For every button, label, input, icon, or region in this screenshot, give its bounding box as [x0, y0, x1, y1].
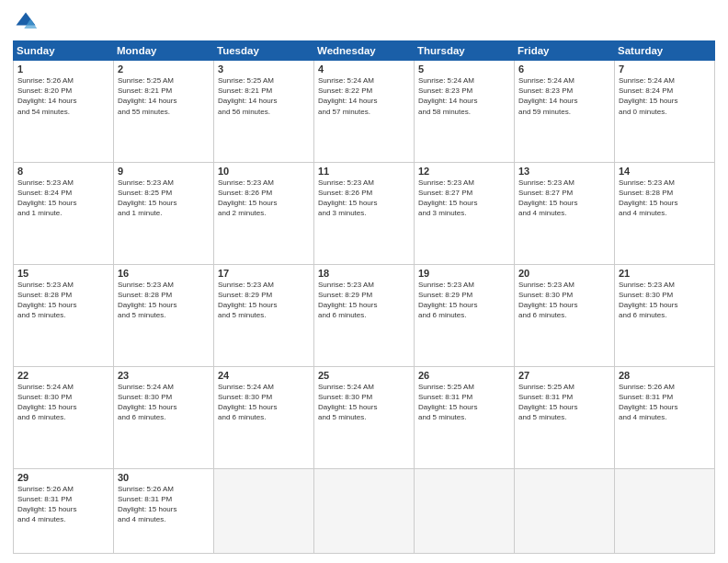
day-cell: 18Sunrise: 5:23 AM Sunset: 8:29 PM Dayli…: [314, 264, 415, 366]
day-cell: 30Sunrise: 5:26 AM Sunset: 8:31 PM Dayli…: [114, 468, 214, 553]
day-cell: 22Sunrise: 5:24 AM Sunset: 8:30 PM Dayli…: [14, 366, 114, 468]
day-cell: 27Sunrise: 5:25 AM Sunset: 8:31 PM Dayli…: [515, 366, 615, 468]
day-cell: 25Sunrise: 5:24 AM Sunset: 8:30 PM Dayli…: [314, 366, 415, 468]
day-info: Sunrise: 5:23 AM Sunset: 8:25 PM Dayligh…: [118, 178, 210, 219]
day-cell: 4Sunrise: 5:24 AM Sunset: 8:22 PM Daylig…: [314, 61, 415, 163]
day-info: Sunrise: 5:24 AM Sunset: 8:23 PM Dayligh…: [418, 75, 510, 117]
day-info: Sunrise: 5:23 AM Sunset: 8:30 PM Dayligh…: [518, 280, 610, 321]
day-number: 8: [17, 166, 109, 177]
day-info: Sunrise: 5:23 AM Sunset: 8:30 PM Dayligh…: [619, 280, 711, 321]
day-number: 20: [518, 268, 610, 279]
day-info: Sunrise: 5:24 AM Sunset: 8:23 PM Dayligh…: [518, 75, 610, 117]
day-cell: 26Sunrise: 5:25 AM Sunset: 8:31 PM Dayli…: [415, 366, 515, 468]
logo-icon: [13, 9, 39, 35]
day-info: Sunrise: 5:26 AM Sunset: 8:31 PM Dayligh…: [619, 382, 711, 423]
day-cell: 12Sunrise: 5:23 AM Sunset: 8:27 PM Dayli…: [415, 162, 515, 264]
day-number: 27: [518, 370, 610, 381]
weekday-header-row: SundayMondayTuesdayWednesdayThursdayFrid…: [14, 41, 715, 61]
day-number: 5: [418, 63, 510, 75]
day-info: Sunrise: 5:25 AM Sunset: 8:21 PM Dayligh…: [118, 75, 210, 117]
day-cell: [415, 468, 515, 553]
day-cell: 8Sunrise: 5:23 AM Sunset: 8:24 PM Daylig…: [14, 162, 114, 264]
day-info: Sunrise: 5:23 AM Sunset: 8:28 PM Dayligh…: [619, 178, 711, 219]
day-info: Sunrise: 5:23 AM Sunset: 8:28 PM Dayligh…: [17, 280, 109, 321]
weekday-thursday: Thursday: [415, 41, 515, 61]
day-number: 14: [619, 166, 711, 177]
day-number: 30: [118, 472, 210, 483]
day-number: 13: [518, 166, 610, 177]
day-cell: 20Sunrise: 5:23 AM Sunset: 8:30 PM Dayli…: [515, 264, 615, 366]
day-cell: 11Sunrise: 5:23 AM Sunset: 8:26 PM Dayli…: [314, 162, 415, 264]
day-number: 17: [218, 268, 310, 279]
day-number: 29: [17, 472, 109, 483]
week-row-1: 1Sunrise: 5:26 AM Sunset: 8:20 PM Daylig…: [14, 61, 715, 163]
day-number: 12: [418, 166, 510, 177]
day-info: Sunrise: 5:23 AM Sunset: 8:29 PM Dayligh…: [218, 280, 310, 321]
day-cell: 2Sunrise: 5:25 AM Sunset: 8:21 PM Daylig…: [114, 61, 214, 163]
day-cell: 28Sunrise: 5:26 AM Sunset: 8:31 PM Dayli…: [615, 366, 715, 468]
day-number: 22: [17, 370, 109, 381]
day-number: 9: [118, 166, 210, 177]
week-row-5: 29Sunrise: 5:26 AM Sunset: 8:31 PM Dayli…: [14, 468, 715, 553]
day-cell: [615, 468, 715, 553]
week-row-3: 15Sunrise: 5:23 AM Sunset: 8:28 PM Dayli…: [14, 264, 715, 366]
week-row-2: 8Sunrise: 5:23 AM Sunset: 8:24 PM Daylig…: [14, 162, 715, 264]
day-cell: [515, 468, 615, 553]
day-info: Sunrise: 5:23 AM Sunset: 8:26 PM Dayligh…: [218, 178, 310, 219]
day-info: Sunrise: 5:24 AM Sunset: 8:30 PM Dayligh…: [318, 382, 410, 423]
day-info: Sunrise: 5:25 AM Sunset: 8:31 PM Dayligh…: [418, 382, 510, 423]
day-number: 1: [17, 63, 109, 75]
day-info: Sunrise: 5:23 AM Sunset: 8:24 PM Dayligh…: [17, 178, 109, 219]
page: SundayMondayTuesdayWednesdayThursdayFrid…: [0, 0, 728, 563]
day-number: 28: [619, 370, 711, 381]
day-info: Sunrise: 5:26 AM Sunset: 8:31 PM Dayligh…: [118, 484, 210, 525]
day-info: Sunrise: 5:23 AM Sunset: 8:26 PM Dayligh…: [318, 178, 410, 219]
day-info: Sunrise: 5:24 AM Sunset: 8:24 PM Dayligh…: [619, 75, 711, 117]
day-cell: 23Sunrise: 5:24 AM Sunset: 8:30 PM Dayli…: [114, 366, 214, 468]
day-info: Sunrise: 5:23 AM Sunset: 8:29 PM Dayligh…: [418, 280, 510, 321]
day-number: 23: [118, 370, 210, 381]
day-cell: 7Sunrise: 5:24 AM Sunset: 8:24 PM Daylig…: [615, 61, 715, 163]
weekday-friday: Friday: [515, 41, 615, 61]
day-cell: 21Sunrise: 5:23 AM Sunset: 8:30 PM Dayli…: [615, 264, 715, 366]
day-info: Sunrise: 5:24 AM Sunset: 8:30 PM Dayligh…: [218, 382, 310, 423]
day-number: 11: [318, 166, 410, 177]
day-info: Sunrise: 5:25 AM Sunset: 8:31 PM Dayligh…: [518, 382, 610, 423]
day-info: Sunrise: 5:25 AM Sunset: 8:21 PM Dayligh…: [218, 75, 310, 117]
day-cell: 6Sunrise: 5:24 AM Sunset: 8:23 PM Daylig…: [515, 61, 615, 163]
day-info: Sunrise: 5:23 AM Sunset: 8:29 PM Dayligh…: [318, 280, 410, 321]
day-number: 3: [218, 63, 310, 75]
weekday-monday: Monday: [114, 41, 214, 61]
weekday-sunday: Sunday: [14, 41, 114, 61]
day-info: Sunrise: 5:26 AM Sunset: 8:20 PM Dayligh…: [17, 75, 109, 117]
day-info: Sunrise: 5:24 AM Sunset: 8:30 PM Dayligh…: [118, 382, 210, 423]
day-cell: 16Sunrise: 5:23 AM Sunset: 8:28 PM Dayli…: [114, 264, 214, 366]
weekday-saturday: Saturday: [615, 41, 715, 61]
day-info: Sunrise: 5:23 AM Sunset: 8:28 PM Dayligh…: [118, 280, 210, 321]
day-cell: 3Sunrise: 5:25 AM Sunset: 8:21 PM Daylig…: [214, 61, 314, 163]
day-number: 16: [118, 268, 210, 279]
day-number: 19: [418, 268, 510, 279]
day-cell: 29Sunrise: 5:26 AM Sunset: 8:31 PM Dayli…: [14, 468, 114, 553]
header: [13, 9, 715, 35]
day-info: Sunrise: 5:24 AM Sunset: 8:30 PM Dayligh…: [17, 382, 109, 423]
day-number: 18: [318, 268, 410, 279]
day-cell: [314, 468, 415, 553]
day-number: 25: [318, 370, 410, 381]
day-cell: 17Sunrise: 5:23 AM Sunset: 8:29 PM Dayli…: [214, 264, 314, 366]
day-number: 10: [218, 166, 310, 177]
day-info: Sunrise: 5:24 AM Sunset: 8:22 PM Dayligh…: [318, 75, 410, 117]
weekday-tuesday: Tuesday: [214, 41, 314, 61]
day-cell: 5Sunrise: 5:24 AM Sunset: 8:23 PM Daylig…: [415, 61, 515, 163]
day-number: 26: [418, 370, 510, 381]
day-number: 21: [619, 268, 711, 279]
day-number: 7: [619, 63, 711, 75]
day-cell: 13Sunrise: 5:23 AM Sunset: 8:27 PM Dayli…: [515, 162, 615, 264]
day-cell: 24Sunrise: 5:24 AM Sunset: 8:30 PM Dayli…: [214, 366, 314, 468]
day-number: 4: [318, 63, 410, 75]
day-cell: 10Sunrise: 5:23 AM Sunset: 8:26 PM Dayli…: [214, 162, 314, 264]
day-info: Sunrise: 5:23 AM Sunset: 8:27 PM Dayligh…: [418, 178, 510, 219]
day-cell: 19Sunrise: 5:23 AM Sunset: 8:29 PM Dayli…: [415, 264, 515, 366]
logo: [13, 9, 40, 35]
weekday-wednesday: Wednesday: [314, 41, 415, 61]
